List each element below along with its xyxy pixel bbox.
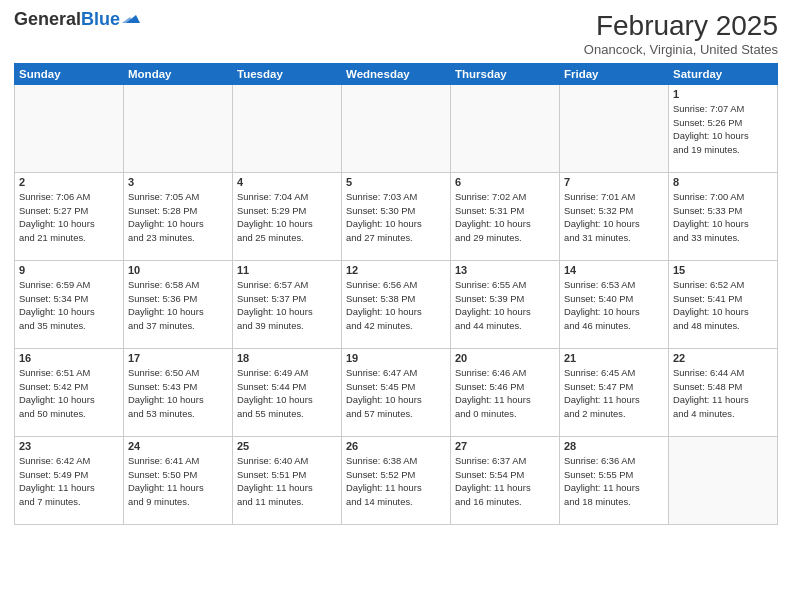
weekday-header-monday: Monday: [124, 64, 233, 85]
day-info: Sunrise: 6:36 AMSunset: 5:55 PMDaylight:…: [564, 454, 664, 509]
day-number: 18: [237, 352, 337, 364]
calendar: SundayMondayTuesdayWednesdayThursdayFrid…: [14, 63, 778, 525]
calendar-week-1: 1Sunrise: 7:07 AMSunset: 5:26 PMDaylight…: [15, 85, 778, 173]
calendar-cell: 10Sunrise: 6:58 AMSunset: 5:36 PMDayligh…: [124, 261, 233, 349]
location: Onancock, Virginia, United States: [584, 42, 778, 57]
day-number: 3: [128, 176, 228, 188]
calendar-cell: 13Sunrise: 6:55 AMSunset: 5:39 PMDayligh…: [451, 261, 560, 349]
month-title: February 2025: [584, 10, 778, 42]
calendar-cell: 12Sunrise: 6:56 AMSunset: 5:38 PMDayligh…: [342, 261, 451, 349]
day-number: 5: [346, 176, 446, 188]
logo-general: GeneralBlue: [14, 10, 120, 30]
calendar-cell: [233, 85, 342, 173]
day-number: 11: [237, 264, 337, 276]
calendar-cell: 6Sunrise: 7:02 AMSunset: 5:31 PMDaylight…: [451, 173, 560, 261]
calendar-cell: [560, 85, 669, 173]
calendar-cell: 8Sunrise: 7:00 AMSunset: 5:33 PMDaylight…: [669, 173, 778, 261]
calendar-cell: [342, 85, 451, 173]
calendar-cell: 28Sunrise: 6:36 AMSunset: 5:55 PMDayligh…: [560, 437, 669, 525]
day-info: Sunrise: 6:46 AMSunset: 5:46 PMDaylight:…: [455, 366, 555, 421]
calendar-cell: 25Sunrise: 6:40 AMSunset: 5:51 PMDayligh…: [233, 437, 342, 525]
calendar-cell: [451, 85, 560, 173]
day-info: Sunrise: 6:58 AMSunset: 5:36 PMDaylight:…: [128, 278, 228, 333]
day-number: 6: [455, 176, 555, 188]
calendar-week-2: 2Sunrise: 7:06 AMSunset: 5:27 PMDaylight…: [15, 173, 778, 261]
day-number: 17: [128, 352, 228, 364]
calendar-week-5: 23Sunrise: 6:42 AMSunset: 5:49 PMDayligh…: [15, 437, 778, 525]
day-number: 13: [455, 264, 555, 276]
day-info: Sunrise: 7:07 AMSunset: 5:26 PMDaylight:…: [673, 102, 773, 157]
calendar-cell: [669, 437, 778, 525]
day-info: Sunrise: 6:52 AMSunset: 5:41 PMDaylight:…: [673, 278, 773, 333]
day-number: 19: [346, 352, 446, 364]
calendar-cell: 14Sunrise: 6:53 AMSunset: 5:40 PMDayligh…: [560, 261, 669, 349]
day-number: 15: [673, 264, 773, 276]
calendar-week-3: 9Sunrise: 6:59 AMSunset: 5:34 PMDaylight…: [15, 261, 778, 349]
day-number: 28: [564, 440, 664, 452]
day-number: 25: [237, 440, 337, 452]
day-number: 24: [128, 440, 228, 452]
day-number: 2: [19, 176, 119, 188]
day-number: 4: [237, 176, 337, 188]
day-number: 27: [455, 440, 555, 452]
day-info: Sunrise: 6:50 AMSunset: 5:43 PMDaylight:…: [128, 366, 228, 421]
day-number: 8: [673, 176, 773, 188]
page: GeneralBlue February 2025 Onancock, Virg…: [0, 0, 792, 612]
calendar-cell: 21Sunrise: 6:45 AMSunset: 5:47 PMDayligh…: [560, 349, 669, 437]
day-number: 16: [19, 352, 119, 364]
calendar-cell: 27Sunrise: 6:37 AMSunset: 5:54 PMDayligh…: [451, 437, 560, 525]
day-info: Sunrise: 7:00 AMSunset: 5:33 PMDaylight:…: [673, 190, 773, 245]
weekday-header-sunday: Sunday: [15, 64, 124, 85]
day-info: Sunrise: 6:56 AMSunset: 5:38 PMDaylight:…: [346, 278, 446, 333]
day-info: Sunrise: 7:02 AMSunset: 5:31 PMDaylight:…: [455, 190, 555, 245]
day-info: Sunrise: 6:55 AMSunset: 5:39 PMDaylight:…: [455, 278, 555, 333]
day-info: Sunrise: 7:04 AMSunset: 5:29 PMDaylight:…: [237, 190, 337, 245]
day-info: Sunrise: 6:49 AMSunset: 5:44 PMDaylight:…: [237, 366, 337, 421]
calendar-cell: 17Sunrise: 6:50 AMSunset: 5:43 PMDayligh…: [124, 349, 233, 437]
day-number: 21: [564, 352, 664, 364]
calendar-cell: 7Sunrise: 7:01 AMSunset: 5:32 PMDaylight…: [560, 173, 669, 261]
day-number: 10: [128, 264, 228, 276]
calendar-cell: 3Sunrise: 7:05 AMSunset: 5:28 PMDaylight…: [124, 173, 233, 261]
day-info: Sunrise: 6:45 AMSunset: 5:47 PMDaylight:…: [564, 366, 664, 421]
day-info: Sunrise: 6:53 AMSunset: 5:40 PMDaylight:…: [564, 278, 664, 333]
calendar-cell: 23Sunrise: 6:42 AMSunset: 5:49 PMDayligh…: [15, 437, 124, 525]
calendar-cell: 18Sunrise: 6:49 AMSunset: 5:44 PMDayligh…: [233, 349, 342, 437]
weekday-header-saturday: Saturday: [669, 64, 778, 85]
day-number: 26: [346, 440, 446, 452]
calendar-cell: 11Sunrise: 6:57 AMSunset: 5:37 PMDayligh…: [233, 261, 342, 349]
calendar-cell: 22Sunrise: 6:44 AMSunset: 5:48 PMDayligh…: [669, 349, 778, 437]
calendar-cell: 19Sunrise: 6:47 AMSunset: 5:45 PMDayligh…: [342, 349, 451, 437]
day-number: 20: [455, 352, 555, 364]
calendar-cell: 2Sunrise: 7:06 AMSunset: 5:27 PMDaylight…: [15, 173, 124, 261]
day-number: 23: [19, 440, 119, 452]
calendar-cell: 9Sunrise: 6:59 AMSunset: 5:34 PMDaylight…: [15, 261, 124, 349]
day-info: Sunrise: 7:05 AMSunset: 5:28 PMDaylight:…: [128, 190, 228, 245]
day-number: 22: [673, 352, 773, 364]
header: GeneralBlue February 2025 Onancock, Virg…: [14, 10, 778, 57]
day-info: Sunrise: 6:59 AMSunset: 5:34 PMDaylight:…: [19, 278, 119, 333]
day-info: Sunrise: 6:44 AMSunset: 5:48 PMDaylight:…: [673, 366, 773, 421]
day-number: 1: [673, 88, 773, 100]
day-number: 9: [19, 264, 119, 276]
calendar-cell: 20Sunrise: 6:46 AMSunset: 5:46 PMDayligh…: [451, 349, 560, 437]
day-info: Sunrise: 6:38 AMSunset: 5:52 PMDaylight:…: [346, 454, 446, 509]
calendar-cell: 5Sunrise: 7:03 AMSunset: 5:30 PMDaylight…: [342, 173, 451, 261]
day-info: Sunrise: 6:40 AMSunset: 5:51 PMDaylight:…: [237, 454, 337, 509]
weekday-header-wednesday: Wednesday: [342, 64, 451, 85]
calendar-cell: [124, 85, 233, 173]
day-info: Sunrise: 6:47 AMSunset: 5:45 PMDaylight:…: [346, 366, 446, 421]
title-block: February 2025 Onancock, Virginia, United…: [584, 10, 778, 57]
day-info: Sunrise: 6:57 AMSunset: 5:37 PMDaylight:…: [237, 278, 337, 333]
calendar-cell: 15Sunrise: 6:52 AMSunset: 5:41 PMDayligh…: [669, 261, 778, 349]
weekday-header-thursday: Thursday: [451, 64, 560, 85]
calendar-cell: 4Sunrise: 7:04 AMSunset: 5:29 PMDaylight…: [233, 173, 342, 261]
logo: GeneralBlue: [14, 10, 140, 30]
day-info: Sunrise: 6:51 AMSunset: 5:42 PMDaylight:…: [19, 366, 119, 421]
weekday-header-tuesday: Tuesday: [233, 64, 342, 85]
day-info: Sunrise: 6:41 AMSunset: 5:50 PMDaylight:…: [128, 454, 228, 509]
day-info: Sunrise: 6:37 AMSunset: 5:54 PMDaylight:…: [455, 454, 555, 509]
day-info: Sunrise: 7:06 AMSunset: 5:27 PMDaylight:…: [19, 190, 119, 245]
calendar-cell: 1Sunrise: 7:07 AMSunset: 5:26 PMDaylight…: [669, 85, 778, 173]
day-number: 12: [346, 264, 446, 276]
